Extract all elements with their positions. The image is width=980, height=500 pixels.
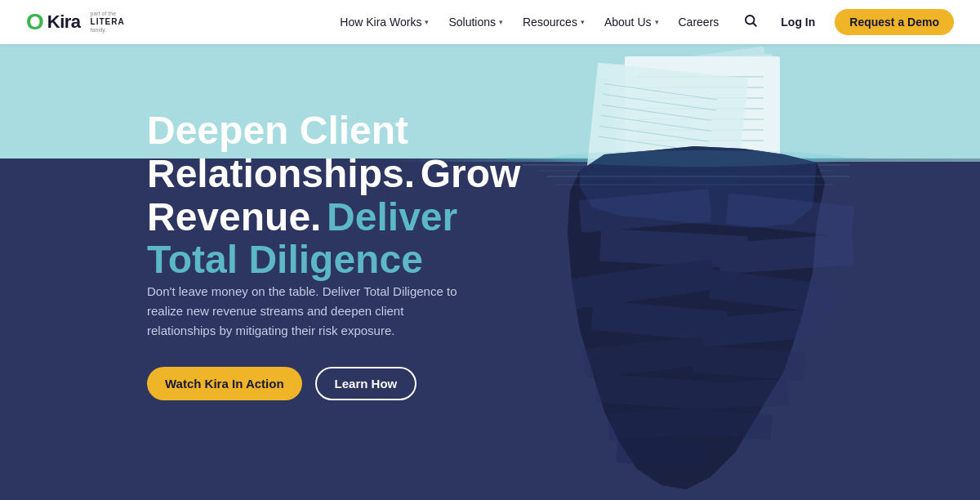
logo[interactable]: O Kira part of the LITERA family. (26, 9, 125, 35)
chevron-down-icon: ▾ (425, 18, 429, 26)
svg-rect-40 (616, 438, 706, 467)
login-button[interactable]: Log In (774, 11, 822, 33)
chevron-down-icon: ▾ (581, 18, 585, 26)
nav-item-about-us[interactable]: About Us ▾ (596, 11, 667, 33)
watch-kira-button[interactable]: Watch Kira In Action (147, 367, 302, 400)
svg-rect-46 (689, 379, 789, 410)
hero-content: Deepen Client Relationships. Grow Revenu… (147, 109, 555, 400)
chevron-down-icon: ▾ (499, 18, 503, 26)
nav-item-solutions[interactable]: Solutions ▾ (440, 11, 511, 33)
svg-line-1 (754, 23, 756, 25)
hero-heading-line2: Relationships. (147, 152, 415, 195)
nav-actions: Log In Request a Demo (740, 9, 954, 35)
logo-o: O (26, 9, 44, 35)
request-demo-button[interactable]: Request a Demo (835, 9, 954, 35)
litera-badge: part of the LITERA family. (91, 11, 125, 34)
search-button[interactable] (740, 10, 761, 35)
nav-links: How Kira Works ▾ Solutions ▾ Resources ▾… (332, 11, 727, 33)
logo-kira: Kira (47, 11, 81, 33)
hero-heading: Deepen Client Relationships. Grow Revenu… (147, 109, 555, 282)
hero-buttons: Watch Kira In Action Learn How (147, 367, 555, 400)
nav-item-how-kira-works[interactable]: How Kira Works ▾ (332, 11, 437, 33)
hero-heading-line1: Deepen Client (147, 109, 408, 152)
main-nav: O Kira part of the LITERA family. How Ki… (0, 0, 980, 44)
hero-subtext: Don't leave money on the table. Deliver … (147, 282, 474, 341)
hero-section: Deepen Client Relationships. Grow Revenu… (0, 44, 980, 500)
chevron-down-icon: ▾ (655, 18, 659, 26)
nav-item-careers[interactable]: Careers (670, 11, 728, 33)
learn-how-button[interactable]: Learn How (315, 367, 417, 400)
svg-point-48 (551, 150, 845, 167)
nav-item-resources[interactable]: Resources ▾ (514, 11, 593, 33)
